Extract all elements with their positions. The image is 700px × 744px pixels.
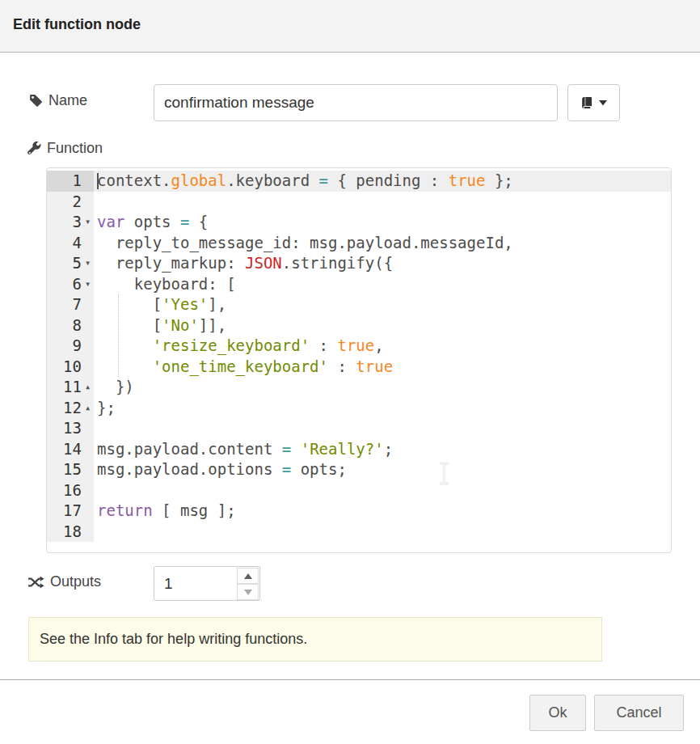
code-text: }; bbox=[94, 398, 671, 419]
code-line-6: 6▾ keyboard: [ bbox=[47, 274, 671, 295]
spinner-down-button[interactable] bbox=[237, 584, 259, 600]
wrench-icon bbox=[27, 142, 41, 155]
code-text: ['No']], bbox=[94, 315, 671, 336]
gutter-cell: 9 bbox=[47, 336, 94, 357]
fold-slot bbox=[82, 357, 94, 378]
code-text: keyboard: [ bbox=[94, 274, 671, 295]
code-lines: 1context.global.keyboard = { pending : t… bbox=[47, 171, 671, 542]
form-tip-text: See the Info tab for help writing functi… bbox=[40, 631, 307, 648]
gutter-cell: 6▾ bbox=[47, 274, 94, 295]
code-line-17: 17return [ msg ]; bbox=[47, 501, 671, 522]
name-input[interactable] bbox=[154, 84, 558, 121]
fold-open-icon[interactable]: ▾ bbox=[82, 253, 94, 274]
text-cursor-pointer bbox=[438, 462, 450, 488]
outputs-input[interactable] bbox=[154, 567, 235, 600]
fold-slot bbox=[82, 192, 94, 213]
fold-slot bbox=[82, 459, 94, 480]
code-line-1: 1context.global.keyboard = { pending : t… bbox=[47, 171, 671, 192]
gutter-cell: 5▾ bbox=[47, 253, 94, 274]
book-icon bbox=[580, 96, 594, 110]
cancel-button[interactable]: Cancel bbox=[594, 695, 684, 731]
gutter-cell: 10 bbox=[47, 357, 94, 378]
indent-guide bbox=[118, 294, 119, 377]
fold-close-icon[interactable]: ▴ bbox=[82, 377, 94, 398]
line-number: 6 bbox=[47, 274, 82, 295]
line-number: 8 bbox=[47, 315, 82, 336]
code-text: var opts = { bbox=[94, 212, 671, 233]
dialog-title: Edit function node bbox=[13, 16, 141, 33]
line-number: 15 bbox=[47, 459, 82, 480]
outputs-label: Outputs bbox=[50, 573, 101, 590]
outputs-label-row: Outputs bbox=[27, 573, 101, 590]
code-text: }) bbox=[94, 377, 671, 398]
fold-slot bbox=[82, 315, 94, 336]
fold-slot bbox=[82, 171, 94, 192]
code-line-10: 10 'one_time_keyboard' : true bbox=[47, 357, 671, 378]
gutter-cell: 12▴ bbox=[47, 398, 94, 419]
gutter-cell: 8 bbox=[47, 315, 94, 336]
fold-slot bbox=[82, 522, 94, 543]
code-line-9: 9 'resize_keyboard' : true, bbox=[47, 336, 671, 357]
gutter-cell: 3▾ bbox=[47, 212, 94, 233]
line-number: 3 bbox=[47, 212, 82, 233]
code-line-8: 8 ['No']], bbox=[47, 315, 671, 336]
outputs-spinner bbox=[154, 566, 260, 601]
fold-slot bbox=[82, 480, 94, 501]
line-number: 11 bbox=[47, 377, 82, 398]
code-editor[interactable]: 1context.global.keyboard = { pending : t… bbox=[46, 167, 672, 553]
gutter-cell: 1 bbox=[47, 171, 94, 192]
gutter-cell: 7 bbox=[47, 294, 94, 315]
library-button[interactable] bbox=[567, 84, 620, 121]
code-text: ['Yes'], bbox=[94, 294, 671, 315]
code-text: context.global.keyboard = { pending : tr… bbox=[94, 171, 671, 192]
spinner-up-button[interactable] bbox=[237, 568, 259, 584]
fold-open-icon[interactable]: ▾ bbox=[82, 212, 94, 233]
line-number: 10 bbox=[47, 357, 82, 378]
code-text bbox=[94, 480, 671, 501]
code-text: return [ msg ]; bbox=[94, 501, 671, 522]
line-number: 7 bbox=[47, 294, 82, 315]
fold-slot bbox=[82, 439, 94, 460]
fold-slot bbox=[82, 233, 94, 254]
fold-open-icon[interactable]: ▾ bbox=[82, 274, 94, 295]
code-text: 'one_time_keyboard' : true bbox=[94, 357, 671, 378]
fold-slot bbox=[82, 418, 94, 439]
line-number: 5 bbox=[47, 253, 82, 274]
line-number: 18 bbox=[47, 522, 82, 543]
name-label: Name bbox=[48, 92, 87, 109]
gutter-cell: 14 bbox=[47, 439, 94, 460]
line-number: 14 bbox=[47, 439, 82, 460]
edit-function-node-dialog: Edit function node Name Function 1contex… bbox=[0, 0, 700, 744]
gutter-cell: 4 bbox=[47, 233, 94, 254]
line-number: 4 bbox=[47, 233, 82, 254]
footer-divider bbox=[0, 679, 700, 680]
code-line-5: 5▾ reply_markup: JSON.stringify({ bbox=[47, 253, 671, 274]
code-text: msg.payload.options = opts; bbox=[94, 459, 671, 480]
line-number: 9 bbox=[47, 336, 82, 357]
shuffle-icon bbox=[27, 576, 44, 589]
text-caret bbox=[97, 173, 99, 189]
ok-button[interactable]: Ok bbox=[529, 695, 586, 731]
line-number: 16 bbox=[47, 480, 82, 501]
gutter-cell: 13 bbox=[47, 418, 94, 439]
fold-slot bbox=[82, 501, 94, 522]
code-line-13: 13 bbox=[47, 418, 671, 439]
code-line-2: 2 bbox=[47, 192, 671, 213]
code-line-14: 14msg.payload.content = 'Really?'; bbox=[47, 439, 671, 460]
line-number: 17 bbox=[47, 501, 82, 522]
code-line-16: 16 bbox=[47, 480, 671, 501]
form-tip: See the Info tab for help writing functi… bbox=[28, 617, 602, 662]
fold-slot bbox=[82, 336, 94, 357]
function-label: Function bbox=[47, 140, 103, 157]
code-line-7: 7 ['Yes'], bbox=[47, 294, 671, 315]
code-text bbox=[94, 418, 671, 439]
code-line-4: 4 reply_to_message_id: msg.payload.messa… bbox=[47, 233, 671, 254]
gutter-cell: 18 bbox=[47, 522, 94, 543]
line-number: 1 bbox=[47, 171, 82, 192]
code-text: msg.payload.content = 'Really?'; bbox=[94, 439, 671, 460]
fold-close-icon[interactable]: ▴ bbox=[82, 398, 94, 419]
gutter-cell: 2 bbox=[47, 192, 94, 213]
name-label-row: Name bbox=[29, 92, 87, 109]
line-number: 2 bbox=[47, 192, 82, 213]
dialog-header: Edit function node bbox=[0, 0, 700, 53]
